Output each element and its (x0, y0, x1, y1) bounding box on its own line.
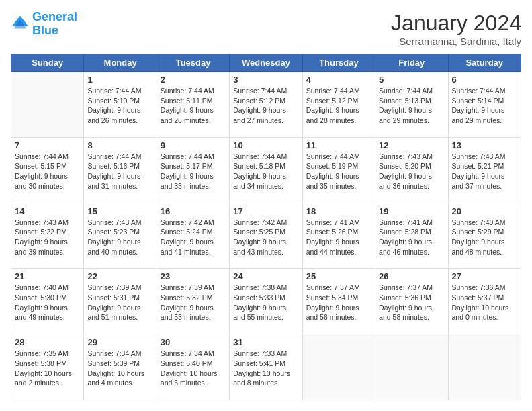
daylight-label: Daylight: 9 hours (233, 303, 298, 313)
sunset-line: Sunset: 5:17 PM (161, 161, 226, 171)
day-number: 5 (379, 75, 444, 85)
day-number: 11 (306, 140, 371, 150)
daylight-label: Daylight: 9 hours (306, 171, 371, 181)
sunset-line: Sunset: 5:28 PM (379, 227, 444, 237)
sunset-line: Sunset: 5:19 PM (306, 161, 371, 171)
day-number: 17 (233, 206, 298, 216)
day-number: 12 (379, 140, 444, 150)
day-number: 19 (379, 206, 444, 216)
calendar-cell: 4Sunrise: 7:44 AMSunset: 5:12 PMDaylight… (302, 72, 375, 138)
daylight-label: Daylight: 10 hours (161, 369, 226, 379)
calendar-cell: 6Sunrise: 7:44 AMSunset: 5:14 PMDaylight… (448, 72, 521, 138)
day-number: 2 (161, 75, 226, 85)
daylight-hours: and 55 minutes. (233, 312, 298, 322)
sunset-line: Sunset: 5:11 PM (161, 96, 226, 106)
day-number: 27 (452, 271, 517, 281)
day-number: 4 (306, 75, 371, 85)
sunrise-line: Sunrise: 7:44 AM (15, 152, 80, 162)
sunrise-line: Sunrise: 7:35 AM (15, 349, 80, 359)
sunset-line: Sunset: 5:20 PM (379, 161, 444, 171)
daylight-label: Daylight: 9 hours (306, 303, 371, 313)
calendar-cell: 2Sunrise: 7:44 AMSunset: 5:11 PMDaylight… (157, 72, 229, 138)
day-header-thursday: Thursday (302, 54, 375, 72)
day-header-tuesday: Tuesday (157, 54, 229, 72)
sunset-line: Sunset: 5:36 PM (379, 293, 444, 303)
daylight-label: Daylight: 9 hours (15, 171, 80, 181)
daylight-hours: and 35 minutes. (306, 181, 371, 191)
daylight-hours: and 6 minutes. (161, 378, 226, 388)
sunset-line: Sunset: 5:41 PM (233, 359, 298, 369)
calendar-cell: 11Sunrise: 7:44 AMSunset: 5:19 PMDayligh… (302, 137, 375, 203)
month-title: January 2024 (391, 11, 521, 36)
logo-line1: General (32, 10, 77, 24)
day-header-sunday: Sunday (11, 54, 84, 72)
daylight-label: Daylight: 9 hours (87, 237, 152, 247)
sunset-line: Sunset: 5:39 PM (87, 359, 152, 369)
calendar-week-1: 7Sunrise: 7:44 AMSunset: 5:15 PMDaylight… (11, 137, 521, 203)
sunset-line: Sunset: 5:33 PM (233, 293, 298, 303)
sunrise-line: Sunrise: 7:44 AM (379, 86, 444, 96)
sunrise-line: Sunrise: 7:41 AM (306, 218, 371, 228)
daylight-hours: and 29 minutes. (379, 116, 444, 126)
sunset-line: Sunset: 5:31 PM (87, 293, 152, 303)
sunset-line: Sunset: 5:16 PM (87, 161, 152, 171)
sunrise-line: Sunrise: 7:43 AM (452, 152, 517, 162)
calendar-cell: 26Sunrise: 7:37 AMSunset: 5:36 PMDayligh… (375, 269, 448, 334)
daylight-hours: and 56 minutes. (306, 312, 371, 322)
sunset-line: Sunset: 5:26 PM (306, 227, 371, 237)
logo-text: General Blue (32, 11, 77, 38)
calendar-cell: 1Sunrise: 7:44 AMSunset: 5:10 PMDaylight… (84, 72, 157, 138)
day-number: 14 (15, 206, 80, 216)
sunrise-line: Sunrise: 7:34 AM (161, 349, 226, 359)
sunset-line: Sunset: 5:38 PM (15, 359, 80, 369)
sunrise-line: Sunrise: 7:40 AM (452, 218, 517, 228)
sunrise-line: Sunrise: 7:43 AM (87, 218, 152, 228)
calendar-cell (448, 334, 521, 400)
sunrise-line: Sunrise: 7:34 AM (87, 349, 152, 359)
daylight-label: Daylight: 9 hours (161, 105, 226, 116)
calendar-cell: 17Sunrise: 7:42 AMSunset: 5:25 PMDayligh… (230, 203, 302, 269)
day-number: 25 (306, 271, 371, 281)
day-header-wednesday: Wednesday (230, 54, 302, 72)
sunset-line: Sunset: 5:15 PM (15, 161, 80, 171)
day-header-saturday: Saturday (448, 54, 521, 72)
calendar-cell (375, 334, 448, 400)
calendar-cell: 24Sunrise: 7:38 AMSunset: 5:33 PMDayligh… (230, 269, 302, 334)
calendar-week-4: 28Sunrise: 7:35 AMSunset: 5:38 PMDayligh… (11, 334, 521, 400)
sunrise-line: Sunrise: 7:38 AM (233, 283, 298, 293)
daylight-label: Daylight: 10 hours (452, 303, 517, 313)
calendar-cell: 23Sunrise: 7:39 AMSunset: 5:32 PMDayligh… (157, 269, 229, 334)
daylight-hours: and 2 minutes. (15, 378, 80, 388)
day-number: 29 (87, 337, 152, 347)
daylight-label: Daylight: 9 hours (161, 303, 226, 313)
daylight-label: Daylight: 9 hours (379, 303, 444, 313)
calendar-cell: 3Sunrise: 7:44 AMSunset: 5:12 PMDaylight… (230, 72, 302, 138)
sunset-line: Sunset: 5:12 PM (306, 96, 371, 106)
day-number: 26 (379, 271, 444, 281)
calendar-cell: 27Sunrise: 7:36 AMSunset: 5:37 PMDayligh… (448, 269, 521, 334)
logo-icon (11, 15, 30, 34)
calendar-cell: 13Sunrise: 7:43 AMSunset: 5:21 PMDayligh… (448, 137, 521, 203)
daylight-label: Daylight: 9 hours (306, 105, 371, 116)
calendar-cell: 15Sunrise: 7:43 AMSunset: 5:23 PMDayligh… (84, 203, 157, 269)
sunset-line: Sunset: 5:14 PM (452, 96, 517, 106)
daylight-hours: and 8 minutes. (233, 378, 298, 388)
daylight-hours: and 36 minutes. (379, 181, 444, 191)
sunset-line: Sunset: 5:12 PM (233, 96, 298, 106)
day-number: 23 (161, 271, 226, 281)
sunrise-line: Sunrise: 7:44 AM (306, 86, 371, 96)
sunset-line: Sunset: 5:22 PM (15, 227, 80, 237)
daylight-label: Daylight: 9 hours (161, 237, 226, 247)
calendar-cell: 9Sunrise: 7:44 AMSunset: 5:17 PMDaylight… (157, 137, 229, 203)
calendar-week-3: 21Sunrise: 7:40 AMSunset: 5:30 PMDayligh… (11, 269, 521, 334)
daylight-hours: and 53 minutes. (161, 312, 226, 322)
day-number: 7 (15, 140, 80, 150)
calendar-cell: 7Sunrise: 7:44 AMSunset: 5:15 PMDaylight… (11, 137, 84, 203)
sunrise-line: Sunrise: 7:44 AM (87, 152, 152, 162)
daylight-label: Daylight: 9 hours (452, 237, 517, 247)
calendar-week-2: 14Sunrise: 7:43 AMSunset: 5:22 PMDayligh… (11, 203, 521, 269)
sunrise-line: Sunrise: 7:40 AM (15, 283, 80, 293)
page: General Blue January 2024 Serramanna, Sa… (0, 0, 532, 411)
daylight-hours: and 58 minutes. (379, 312, 444, 322)
sunrise-line: Sunrise: 7:37 AM (379, 283, 444, 293)
